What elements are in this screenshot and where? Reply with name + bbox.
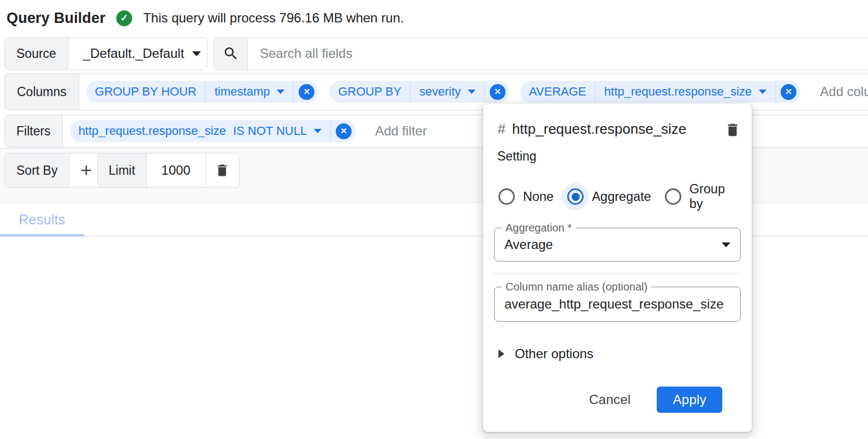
chip-operation[interactable]: GROUP BY HOUR — [86, 85, 205, 99]
chevron-down-icon — [722, 242, 730, 247]
chip-operation[interactable]: GROUP BY — [329, 85, 410, 99]
expand-arrow-icon — [498, 349, 504, 358]
chevron-down-icon — [192, 51, 201, 56]
filter-chip-response-size[interactable]: http_request.response_size IS NOT NULL ✕ — [70, 120, 356, 142]
search-icon — [223, 45, 239, 62]
alias-field-wrapper: Column name alias (optional) — [494, 287, 741, 322]
alias-field-label: Column name alias (optional) — [502, 281, 651, 293]
close-icon[interactable]: ✕ — [299, 84, 314, 100]
search-icon-cell — [214, 38, 248, 69]
radio-option-aggregate[interactable]: Aggregate — [567, 188, 651, 205]
radio-icon[interactable] — [665, 188, 681, 205]
header: Query Builder ✓ This query will process … — [0, 0, 868, 36]
radio-option-none[interactable]: None — [498, 188, 554, 205]
dialog-title: http_request.response_size — [512, 117, 709, 140]
delete-limit-button[interactable] — [205, 153, 239, 187]
tab-results[interactable]: Results — [0, 203, 84, 236]
cancel-button[interactable]: Cancel — [586, 391, 634, 408]
chip-divider — [484, 81, 485, 103]
columns-label: Columns — [5, 74, 79, 110]
chip-divider — [775, 81, 776, 103]
chip-field-select[interactable]: timestamp — [206, 85, 293, 99]
chip-field-label: timestamp — [215, 85, 270, 99]
source-select-value: _Default._Default — [83, 46, 184, 61]
chip-field-select[interactable]: severity — [411, 85, 484, 99]
filter-condition-label: IS NOT NULL — [233, 124, 307, 138]
filter-field-label: http_request.response_size — [79, 124, 226, 138]
sort-by-label: Sort By — [5, 153, 69, 187]
query-status-message: This query will process 796.16 MB when r… — [143, 10, 404, 26]
dialog-actions: Cancel Apply — [494, 387, 741, 413]
other-options-label: Other options — [515, 346, 593, 361]
search-box — [213, 37, 868, 70]
chip-divider — [330, 120, 331, 142]
source-row: Source _Default._Default — [4, 37, 868, 70]
search-input[interactable] — [248, 38, 868, 69]
check-circle-icon: ✓ — [116, 10, 132, 26]
apply-button[interactable]: Apply — [657, 387, 722, 413]
source-label: Source — [5, 38, 68, 69]
chip-operation[interactable]: AVERAGE — [520, 85, 595, 99]
column-chip-response-size[interactable]: AVERAGE http_request.response_size ✕ — [520, 81, 800, 103]
radio-option-group-by[interactable]: Group by — [665, 182, 741, 211]
chevron-down-icon — [277, 90, 284, 94]
other-options-expander[interactable]: Other options — [494, 346, 741, 361]
chevron-down-icon — [468, 90, 475, 94]
limit-value-field[interactable]: 1000 — [147, 153, 205, 187]
number-type-icon: # — [498, 121, 506, 137]
trash-icon — [724, 122, 741, 138]
dialog-header: # http_request.response_size — [494, 117, 741, 140]
column-chip-timestamp[interactable]: GROUP BY HOUR timestamp ✕ — [86, 81, 319, 103]
add-column-input[interactable] — [819, 84, 868, 100]
chip-field-label: http_request.response_size — [604, 85, 752, 99]
filters-label: Filters — [5, 115, 63, 147]
chevron-down-icon — [314, 129, 322, 133]
delete-column-button[interactable] — [724, 122, 741, 138]
chip-divider — [293, 81, 294, 103]
setting-heading: Setting — [494, 149, 741, 164]
radio-label: Aggregate — [592, 189, 651, 204]
source-box: Source _Default._Default — [4, 37, 207, 70]
trash-icon — [215, 163, 230, 178]
radio-label: None — [523, 189, 554, 204]
filter-expression[interactable]: http_request.response_size IS NOT NULL — [70, 124, 331, 138]
aggregation-select[interactable]: Aggregation * Average — [494, 228, 741, 262]
setting-radio-group: None Aggregate Group by — [494, 182, 741, 211]
radio-icon[interactable] — [567, 188, 584, 205]
aggregation-select-label: Aggregation * — [502, 222, 575, 234]
plus-icon — [78, 162, 94, 179]
sort-by-box: Sort By — [4, 153, 103, 188]
page-title: Query Builder — [7, 10, 105, 27]
alias-input[interactable] — [504, 296, 730, 312]
radio-icon[interactable] — [498, 188, 515, 205]
limit-label: Limit — [98, 153, 147, 187]
column-chip-severity[interactable]: GROUP BY severity ✕ — [329, 81, 509, 103]
limit-box: Limit 1000 — [97, 153, 240, 188]
source-select[interactable]: _Default._Default — [68, 38, 207, 69]
section-divider — [494, 273, 741, 274]
close-icon[interactable]: ✕ — [781, 84, 796, 100]
chip-field-select[interactable]: http_request.response_size — [596, 85, 775, 99]
close-icon[interactable]: ✕ — [336, 123, 352, 139]
radio-label: Group by — [689, 182, 741, 211]
close-icon[interactable]: ✕ — [490, 84, 506, 100]
aggregation-select-value: Average — [504, 237, 722, 252]
column-settings-dialog: # http_request.response_size Setting Non… — [483, 104, 752, 432]
chevron-down-icon — [759, 90, 766, 94]
chip-field-label: severity — [419, 85, 461, 99]
